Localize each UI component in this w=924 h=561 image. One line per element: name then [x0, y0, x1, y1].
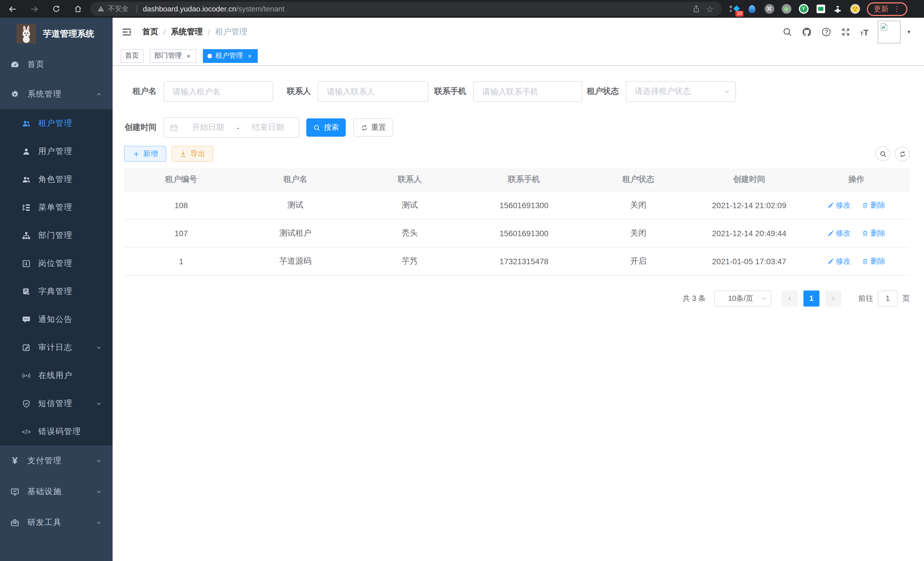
app-title: 芋道管理系统	[43, 28, 94, 39]
sidebar-item-pay[interactable]: ¥支付管理	[0, 445, 112, 476]
browser-update-button[interactable]: 更新 ⋮	[867, 2, 908, 16]
sidebar-item-tenant[interactable]: 租户管理	[0, 109, 112, 137]
reset-button[interactable]: 重置	[353, 118, 393, 137]
show-search-button[interactable]	[875, 146, 890, 161]
sidebar-item-dict[interactable]: 字典管理	[0, 277, 112, 305]
plus-icon	[132, 150, 140, 158]
column-header: 操作	[803, 168, 910, 191]
sidebar-item-post[interactable]: 岗位管理	[0, 249, 112, 277]
extension-tabs-icon[interactable]: 10	[730, 4, 740, 14]
github-icon[interactable]	[802, 27, 812, 37]
avatar[interactable]	[878, 21, 901, 44]
end-date-placeholder[interactable]: 结束日期	[243, 122, 293, 133]
status-select[interactable]: 请选择租户状态	[626, 81, 736, 102]
contact-input[interactable]	[318, 81, 429, 102]
home-icon[interactable]	[71, 2, 85, 16]
start-date-placeholder[interactable]: 开始日期	[183, 122, 233, 133]
next-page-button[interactable]	[825, 290, 841, 306]
logo[interactable]: 芋道管理系统	[0, 18, 112, 50]
status-label: 租户状态	[587, 86, 619, 97]
edit-button[interactable]: 修改	[827, 200, 850, 210]
extension-chat-icon[interactable]	[815, 4, 826, 14]
sidebar-item-dev-tools[interactable]: 研发工具	[0, 507, 112, 538]
reload-icon[interactable]	[49, 2, 63, 16]
sidebar-collapse-icon[interactable]	[122, 27, 132, 37]
sidebar-item-home[interactable]: 首页	[0, 50, 112, 80]
browser-menu-icon[interactable]: ⋮	[893, 5, 901, 13]
bookmark-star-icon[interactable]: ☆	[706, 4, 714, 14]
close-icon[interactable]: ×	[185, 52, 192, 59]
search-button[interactable]: 搜索	[306, 118, 346, 137]
mobile-input[interactable]	[473, 81, 582, 102]
contact-label: 联系人	[287, 86, 311, 97]
yen-icon: ¥	[10, 455, 20, 467]
delete-button[interactable]: 删除	[862, 200, 885, 210]
main-area: 首页 / 系统管理 / 租户管理 TT ▼ 首页 部门	[112, 18, 924, 561]
sidebar: 芋道管理系统 首页 系统管理 租户管理 用户管理 角色管理	[0, 18, 112, 561]
cell-mobile: 15601691300	[467, 219, 581, 247]
sidebar-item-role[interactable]: 角色管理	[0, 165, 112, 193]
font-size-icon[interactable]: TT	[860, 28, 868, 36]
page-number-1[interactable]: 1	[803, 290, 819, 306]
extension-bar: 10 ⌘ Y	[730, 4, 860, 14]
refresh-button[interactable]	[895, 146, 910, 161]
url-bar[interactable]: 不安全 dashboard.yudao.iocoder.cn/system/te…	[90, 2, 722, 16]
tenant-name-label: 租户名	[133, 86, 157, 97]
edit-button[interactable]: 修改	[827, 256, 850, 266]
close-icon[interactable]: ×	[246, 52, 253, 59]
cell-contact: 芋艿	[352, 247, 467, 275]
edit-button[interactable]: 修改	[827, 228, 850, 238]
forward-icon[interactable]	[27, 2, 41, 16]
breadcrumb-system[interactable]: 系统管理	[171, 27, 203, 37]
sidebar-item-sms[interactable]: 短信管理	[0, 390, 112, 417]
table-row: 107 测试租户 秃头 15601691300 关闭 2021-12-14 20…	[124, 219, 910, 247]
delete-button[interactable]: 删除	[862, 228, 885, 238]
help-icon[interactable]	[821, 27, 832, 37]
extension-emoji-icon[interactable]	[850, 4, 860, 14]
share-icon[interactable]	[692, 5, 700, 13]
extension-dot-icon[interactable]	[781, 4, 791, 14]
sidebar-item-dept[interactable]: 部门管理	[0, 221, 112, 249]
cell-id: 107	[124, 219, 238, 247]
tab-tenant[interactable]: 租户管理×	[203, 49, 258, 63]
sidebar-item-infra[interactable]: 基础设施	[0, 476, 112, 507]
sidebar-item-online-user[interactable]: 在线用户	[0, 361, 112, 390]
sidebar-item-audit-log[interactable]: 审计日志	[0, 333, 112, 361]
extension-y-icon[interactable]: Y	[798, 4, 808, 14]
export-button[interactable]: 导出	[171, 146, 213, 162]
fullscreen-icon[interactable]	[841, 27, 851, 37]
caret-down-icon[interactable]: ▼	[906, 29, 911, 35]
goto-label: 前往	[858, 293, 873, 303]
cell-created: 2021-12-14 20:49:44	[695, 219, 803, 247]
chevron-right-icon	[830, 295, 837, 302]
add-button[interactable]: 新增	[124, 146, 166, 162]
tenant-name-input[interactable]	[164, 81, 273, 102]
search-icon[interactable]	[783, 27, 793, 37]
back-icon[interactable]	[6, 2, 20, 16]
sidebar-item-menu[interactable]: 菜单管理	[0, 193, 112, 221]
extension-balloon-icon[interactable]	[747, 4, 757, 14]
page-size-select[interactable]: 10条/页	[714, 290, 771, 306]
tab-dept[interactable]: 部门管理×	[150, 49, 196, 63]
delete-button[interactable]: 删除	[862, 256, 885, 266]
browser-chrome: 不安全 dashboard.yudao.iocoder.cn/system/te…	[0, 0, 924, 18]
extension-command-icon[interactable]: ⌘	[764, 4, 774, 14]
tab-home[interactable]: 首页	[121, 49, 143, 63]
column-header: 租户编号	[124, 168, 238, 191]
tenant-table: 租户编号 租户名 联系人 联系手机 租户状态 创建时间 操作 108 测试	[124, 168, 910, 275]
date-range-picker[interactable]: 开始日期 - 结束日期	[164, 117, 299, 138]
sidebar-item-system[interactable]: 系统管理	[0, 80, 112, 109]
column-header: 联系人	[352, 168, 467, 191]
sidebar-item-notice[interactable]: 通知公告	[0, 305, 112, 333]
download-icon	[179, 150, 187, 158]
sidebar-item-error-code[interactable]: </>错误码管理	[0, 417, 112, 445]
cell-actions: 修改 删除	[803, 247, 910, 275]
search-icon	[879, 150, 886, 158]
cell-created: 2021-01-05 17:03:47	[695, 247, 803, 275]
prev-page-button[interactable]	[782, 290, 798, 306]
extension-puzzle-icon[interactable]	[832, 4, 843, 14]
goto-page-input[interactable]	[878, 290, 898, 306]
sidebar-item-user[interactable]: 用户管理	[0, 137, 112, 165]
breadcrumb-home[interactable]: 首页	[142, 27, 158, 37]
code-icon: </>	[22, 428, 31, 435]
